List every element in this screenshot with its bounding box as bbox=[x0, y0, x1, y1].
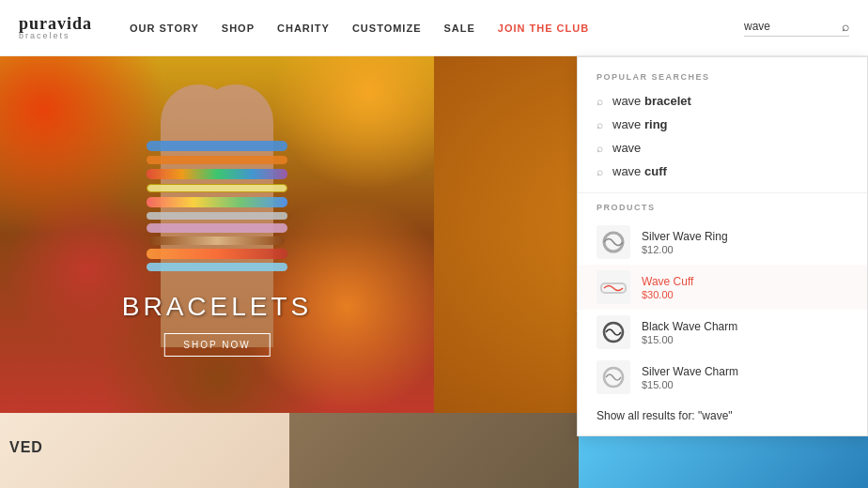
suggestion-search-icon-1: ⌕ bbox=[597, 95, 603, 108]
products-section: PRODUCTS Silver Wave Ring $12.00 bbox=[578, 192, 867, 400]
hero-left-shop-button[interactable]: SHOP NOW bbox=[163, 333, 270, 357]
suggestion-text-2: wave ring bbox=[612, 117, 668, 131]
suggestion-search-icon-2: ⌕ bbox=[597, 118, 603, 131]
search-icon[interactable]: ⌕ bbox=[842, 19, 849, 34]
product-item-4[interactable]: Silver Wave Charm $15.00 bbox=[578, 355, 867, 400]
product-name-4: Silver Wave Charm bbox=[642, 365, 848, 378]
suggestion-1[interactable]: ⌕ wave bracelet bbox=[578, 89, 867, 113]
search-input[interactable] bbox=[744, 20, 838, 33]
product-info-4: Silver Wave Charm $15.00 bbox=[642, 365, 848, 390]
nav-sale[interactable]: SALE bbox=[443, 23, 474, 34]
suggestion-3[interactable]: ⌕ wave bbox=[578, 136, 867, 160]
show-all-results[interactable]: Show all results for: "wave" bbox=[578, 400, 867, 424]
bottom-label-1: VED bbox=[9, 439, 43, 456]
products-title: PRODUCTS bbox=[578, 203, 867, 220]
popular-searches-title: POPULAR SEARCHES bbox=[578, 72, 867, 89]
hero-left-label: BRACELETS SHOP NOW bbox=[122, 292, 313, 357]
product-info-1: Silver Wave Ring $12.00 bbox=[642, 230, 848, 255]
product-price-3: $15.00 bbox=[642, 334, 848, 345]
product-price-4: $15.00 bbox=[642, 379, 848, 390]
logo-brand-name: puravida bbox=[19, 15, 92, 32]
suggestion-4[interactable]: ⌕ wave cuff bbox=[578, 160, 867, 183]
logo[interactable]: puravida bracelets bbox=[19, 15, 92, 40]
product-info-3: Black Wave Charm $15.00 bbox=[642, 320, 848, 345]
suggestion-text-4: wave cuff bbox=[612, 164, 667, 178]
suggestion-text-1: wave bracelet bbox=[612, 94, 691, 108]
product-name-1: Silver Wave Ring bbox=[642, 230, 848, 243]
bottom-item-2 bbox=[289, 413, 579, 488]
product-price-1: $12.00 bbox=[642, 244, 848, 255]
bottom-item-1: VED bbox=[0, 413, 289, 488]
product-item-1[interactable]: Silver Wave Ring $12.00 bbox=[578, 220, 867, 265]
logo-sub-name: bracelets bbox=[19, 32, 92, 40]
hero-left-panel: BRACELETS SHOP NOW bbox=[0, 56, 434, 413]
product-price-2: $30.00 bbox=[642, 289, 848, 300]
product-item-3[interactable]: Black Wave Charm $15.00 bbox=[578, 310, 867, 355]
product-name-3: Black Wave Charm bbox=[642, 320, 848, 333]
nav-charity[interactable]: CHARITY bbox=[277, 23, 330, 34]
nav-our-story[interactable]: OUR STORY bbox=[130, 23, 199, 34]
product-thumb-3 bbox=[597, 315, 630, 349]
main-nav: OUR STORY SHOP CHARITY CUSTOMIZE SALE JO… bbox=[130, 23, 744, 34]
search-dropdown: POPULAR SEARCHES ⌕ wave bracelet ⌕ wave … bbox=[577, 56, 868, 436]
nav-customize[interactable]: CUSTOMIZE bbox=[352, 23, 422, 34]
search-area: ⌕ bbox=[744, 19, 849, 37]
product-thumb-2 bbox=[597, 270, 630, 304]
suggestion-search-icon-4: ⌕ bbox=[597, 165, 603, 178]
suggestion-search-icon-3: ⌕ bbox=[597, 142, 603, 155]
nav-shop[interactable]: SHOP bbox=[222, 23, 255, 34]
suggestion-text-3: wave bbox=[612, 141, 641, 155]
product-item-2[interactable]: Wave Cuff $30.00 bbox=[578, 265, 867, 310]
header: puravida bracelets OUR STORY SHOP CHARIT… bbox=[0, 0, 868, 56]
product-name-2: Wave Cuff bbox=[642, 275, 848, 288]
nav-join-club[interactable]: JOIN THE CLUB bbox=[498, 23, 589, 34]
product-thumb-1 bbox=[597, 225, 630, 259]
suggestion-2[interactable]: ⌕ wave ring bbox=[578, 113, 867, 136]
product-info-2: Wave Cuff $30.00 bbox=[642, 275, 848, 300]
product-thumb-4 bbox=[597, 360, 630, 394]
